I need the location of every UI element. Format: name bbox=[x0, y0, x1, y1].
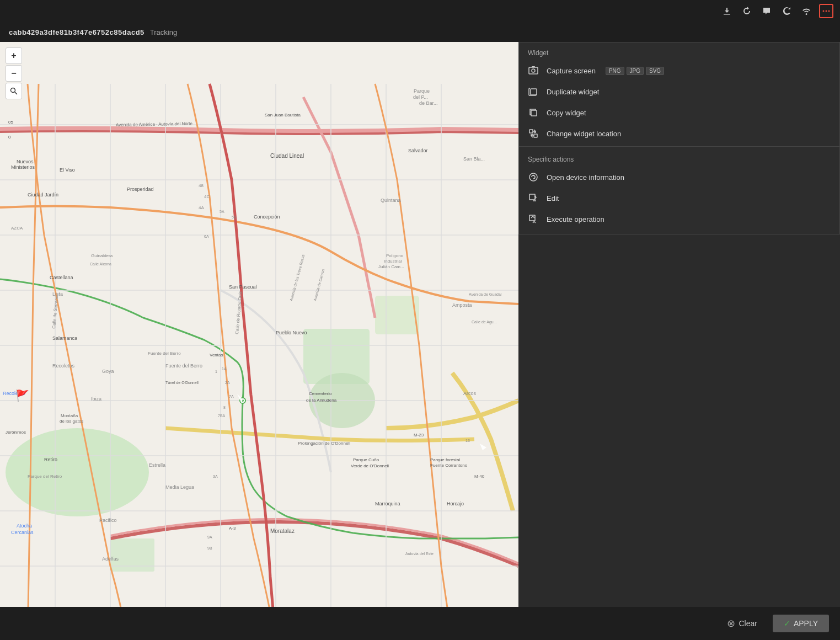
menu-icon[interactable] bbox=[819, 4, 833, 18]
svg-text:1A: 1A bbox=[222, 367, 227, 371]
svg-text:Fuente del Berro: Fuente del Berro bbox=[165, 363, 202, 369]
svg-text:Cercanias: Cercanias bbox=[11, 530, 34, 535]
tracking-label: Tracking bbox=[150, 28, 177, 36]
svg-text:de la Almudena: de la Almudena bbox=[306, 398, 337, 403]
svg-text:Guinaldera: Guinaldera bbox=[91, 253, 113, 258]
chat-icon[interactable] bbox=[759, 4, 774, 18]
svg-text:48: 48 bbox=[199, 183, 204, 188]
zoom-out-button[interactable]: − bbox=[6, 65, 22, 82]
export-icon[interactable] bbox=[720, 4, 734, 18]
png-badge: PNG bbox=[606, 67, 624, 75]
edit-label: Edit bbox=[547, 194, 559, 202]
svg-text:de los gatos: de los gatos bbox=[60, 419, 83, 424]
duplicate-icon bbox=[528, 86, 539, 97]
svg-text:3A: 3A bbox=[213, 474, 218, 478]
svg-text:Autovía del Este: Autovía del Este bbox=[405, 552, 434, 556]
svg-point-0 bbox=[823, 10, 825, 12]
svg-text:9A: 9A bbox=[207, 535, 212, 539]
svg-rect-8 bbox=[110, 538, 154, 572]
svg-badge: SVG bbox=[646, 67, 664, 75]
svg-point-126 bbox=[533, 175, 534, 176]
svg-text:San Juan Bautista: San Juan Bautista bbox=[265, 113, 301, 118]
svg-text:de Bar...: de Bar... bbox=[419, 100, 438, 106]
svg-text:M-40: M-40 bbox=[474, 474, 485, 479]
svg-text:Ministerios: Ministerios bbox=[11, 164, 35, 170]
execute-operation-item[interactable]: Execute operation bbox=[519, 209, 839, 230]
device-bar: cabb429a3dfe81b3f47e6752c85dacd5 Trackin… bbox=[0, 22, 840, 42]
svg-text:Retiro: Retiro bbox=[44, 457, 57, 462]
svg-text:Quintana: Quintana bbox=[381, 198, 401, 203]
svg-text:Arcos: Arcos bbox=[463, 391, 477, 396]
svg-text:Cementerio: Cementerio bbox=[309, 391, 332, 396]
svg-rect-123 bbox=[529, 130, 533, 133]
svg-text:Calle Alcona: Calle Alcona bbox=[90, 262, 111, 266]
copy-widget-label: Copy widget bbox=[547, 109, 586, 117]
svg-text:Pacifico: Pacifico bbox=[99, 518, 117, 523]
svg-rect-122 bbox=[531, 110, 537, 116]
svg-point-125 bbox=[529, 173, 537, 181]
svg-text:Montaña: Montaña bbox=[61, 413, 78, 418]
svg-text:Parque forestal: Parque forestal bbox=[430, 457, 460, 462]
search-button[interactable] bbox=[6, 83, 22, 99]
svg-text:Marroquina: Marroquina bbox=[375, 501, 400, 506]
sync-icon[interactable] bbox=[779, 4, 794, 18]
svg-text:Verde de O'Donnell: Verde de O'Donnell bbox=[351, 463, 389, 468]
svg-text:5B: 5B bbox=[232, 215, 237, 219]
capture-icon bbox=[528, 65, 539, 76]
clear-label: Clear bbox=[739, 619, 757, 628]
svg-text:San Bla...: San Bla... bbox=[463, 156, 485, 162]
svg-text:M-23: M-23 bbox=[414, 433, 424, 438]
svg-text:Avenida de Guadal: Avenida de Guadal bbox=[469, 292, 502, 296]
svg-text:Ibiza: Ibiza bbox=[91, 396, 101, 402]
change-location-label: Change widget location bbox=[547, 130, 621, 138]
widget-section-title: Widget bbox=[519, 42, 839, 60]
svg-text:Prolongación de O'Donnell: Prolongación de O'Donnell bbox=[298, 441, 350, 446]
svg-text:AZCA: AZCA bbox=[11, 226, 23, 231]
svg-text:Castellana: Castellana bbox=[50, 275, 73, 280]
svg-text:Parque Cuño: Parque Cuño bbox=[353, 457, 379, 462]
apply-button[interactable]: ✓ APPLY bbox=[773, 615, 829, 632]
wifi-icon[interactable] bbox=[799, 4, 814, 18]
copy-widget-item[interactable]: Copy widget bbox=[519, 102, 839, 123]
svg-text:A-3: A-3 bbox=[229, 526, 236, 531]
svg-text:8: 8 bbox=[223, 406, 226, 409]
right-panel: Widget Capture screen PNG JPG SVG bbox=[518, 42, 840, 640]
jpg-badge: JPG bbox=[627, 67, 644, 75]
duplicate-widget-item[interactable]: Duplicate widget bbox=[519, 81, 839, 102]
svg-text:Prosperidad: Prosperidad bbox=[127, 186, 154, 192]
svg-text:Poligono: Poligono bbox=[386, 253, 404, 258]
svg-text:El Viso: El Viso bbox=[60, 167, 75, 173]
svg-rect-118 bbox=[529, 67, 538, 74]
change-location-item[interactable]: Change widget location bbox=[519, 123, 839, 144]
svg-text:5A: 5A bbox=[220, 210, 224, 214]
capture-screen-item[interactable]: Capture screen PNG JPG SVG bbox=[519, 60, 839, 81]
zoom-in-button[interactable]: + bbox=[6, 47, 22, 64]
capture-screen-label: Capture screen bbox=[547, 67, 596, 75]
svg-text:Adelfas: Adelfas bbox=[102, 556, 119, 562]
svg-rect-120 bbox=[532, 66, 535, 67]
clear-button[interactable]: ⊗ Clear bbox=[718, 613, 766, 634]
svg-text:Media Legua: Media Legua bbox=[165, 484, 194, 490]
svg-text:del P...: del P... bbox=[413, 94, 428, 100]
map-container: Nuevos Ministerios Ciudad Jardín AZCA Pr… bbox=[0, 42, 518, 640]
svg-point-2 bbox=[828, 10, 830, 12]
duplicate-widget-label: Duplicate widget bbox=[547, 88, 599, 96]
svg-text:Salamanca: Salamanca bbox=[52, 335, 77, 341]
svg-text:Nuevos: Nuevos bbox=[17, 159, 34, 164]
map-flag-icon: 🚩 bbox=[15, 389, 29, 402]
svg-text:San Pascual: San Pascual bbox=[229, 284, 257, 290]
svg-text:Pueblo Nuevo: Pueblo Nuevo bbox=[276, 330, 307, 335]
svg-text:05: 05 bbox=[8, 120, 13, 125]
svg-text:Salvador: Salvador bbox=[408, 148, 428, 153]
svg-text:9B: 9B bbox=[207, 546, 212, 550]
svg-point-116 bbox=[11, 88, 15, 93]
svg-point-119 bbox=[532, 69, 535, 72]
svg-rect-124 bbox=[534, 134, 537, 137]
refresh-icon[interactable] bbox=[740, 4, 754, 18]
svg-text:Concepción: Concepción bbox=[254, 214, 280, 220]
open-device-info-item[interactable]: Open device information bbox=[519, 167, 839, 188]
apply-check-icon: ✓ bbox=[784, 619, 790, 628]
capture-badges: PNG JPG SVG bbox=[606, 67, 664, 75]
edit-item[interactable]: Edit bbox=[519, 188, 839, 209]
device-info-icon bbox=[528, 172, 539, 183]
